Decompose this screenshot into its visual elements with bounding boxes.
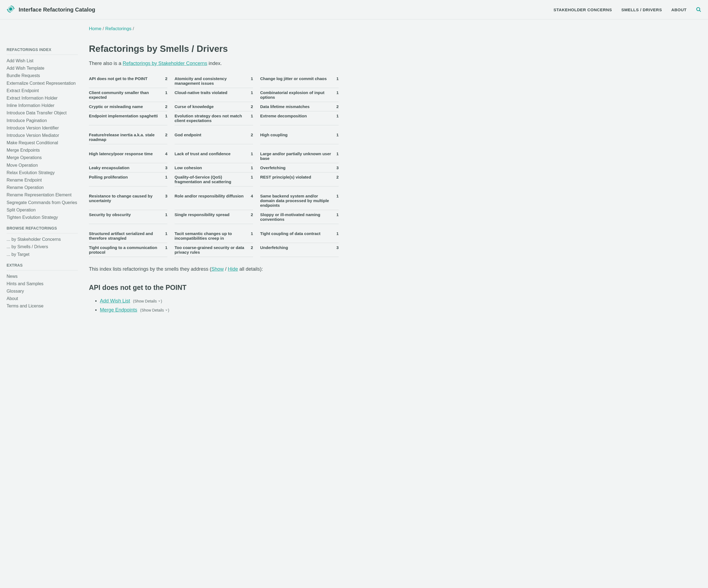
sidebar-index-item[interactable]: Externalize Context Representation — [7, 80, 78, 87]
smell-item[interactable]: Same backend system and/or domain data p… — [260, 191, 338, 210]
smell-item[interactable]: Client community smaller than expected1 — [89, 88, 168, 102]
refactoring-link[interactable]: Merge Endpoints — [100, 307, 137, 313]
sidebar-browse-item[interactable]: ... by Smells / Drivers — [7, 243, 78, 250]
search-icon[interactable] — [696, 7, 701, 12]
smell-item[interactable]: Feature/release inertia a.k.a. stale roa… — [89, 130, 168, 144]
sidebar-index-item[interactable]: Inline Information Holder — [7, 102, 78, 109]
divider — [7, 270, 78, 271]
smell-count: 1 — [165, 231, 168, 236]
sidebar-index-list: Add Wish ListAdd Wish TemplateBundle Req… — [7, 57, 78, 221]
smell-label: High coupling — [260, 132, 288, 137]
sidebar-index-item[interactable]: Make Request Conditional — [7, 139, 78, 147]
smell-item[interactable]: Underfetching3 — [260, 243, 338, 257]
sidebar-index-item[interactable]: Merge Endpoints — [7, 147, 78, 154]
smell-label: Underfetching — [260, 245, 288, 250]
hide-all-link[interactable]: Hide — [228, 266, 238, 272]
sidebar-index-item[interactable]: Introduce Data Transfer Object — [7, 109, 78, 117]
smell-item[interactable]: High latency/poor response time4 — [89, 149, 168, 163]
smell-count: 2 — [251, 132, 253, 137]
sidebar-index-item[interactable]: Bundle Requests — [7, 72, 78, 79]
nav-smells-drivers[interactable]: SMELLS / DRIVERS — [621, 7, 662, 12]
smell-item[interactable]: Extreme decomposition1 — [260, 111, 338, 125]
smell-item[interactable]: Cryptic or misleading name2 — [89, 102, 168, 111]
smell-item[interactable]: God endpoint2 — [175, 130, 253, 144]
nav-about[interactable]: ABOUT — [671, 7, 687, 12]
breadcrumb-refactorings[interactable]: Refactorings — [106, 26, 131, 31]
smell-item[interactable]: Large and/or partially unknown user base… — [260, 149, 338, 163]
smell-item[interactable]: Single responsibility spread2 — [175, 210, 253, 224]
smell-item[interactable]: Overfetching3 — [260, 163, 338, 173]
smell-count: 3 — [336, 245, 338, 250]
smell-item[interactable]: Security by obscurity1 — [89, 210, 168, 224]
smell-item[interactable]: Endpoint implementation spaghetti1 — [89, 111, 168, 125]
sidebar-index-item[interactable]: Split Operation — [7, 206, 78, 214]
smell-item[interactable]: Leaky encapsulation3 — [89, 163, 168, 173]
sidebar-index-item[interactable]: Merge Operations — [7, 154, 78, 161]
show-all-link[interactable]: Show — [211, 266, 224, 272]
sidebar-index-item[interactable]: Rename Operation — [7, 184, 78, 191]
smell-item[interactable]: Too coarse-grained security or data priv… — [175, 243, 253, 257]
smell-item[interactable]: Change log jitter or commit chaos1 — [260, 74, 338, 88]
sidebar-extras-item[interactable]: About — [7, 295, 78, 302]
sidebar-index-item[interactable]: Segregate Commands from Queries — [7, 199, 78, 206]
smell-item[interactable]: Sloppy or ill-motivated naming conventio… — [260, 210, 338, 224]
smell-label: Evolution strategy does not match client… — [175, 114, 248, 123]
smell-label: Structured artifact serialized and there… — [89, 231, 163, 241]
sidebar-extras-item[interactable]: Hints and Samples — [7, 280, 78, 287]
smell-item[interactable]: REST principle(s) violated2 — [260, 173, 338, 186]
sidebar-index-item[interactable]: Tighten Evolution Strategy — [7, 214, 78, 221]
smell-count: 1 — [251, 165, 253, 170]
smell-item[interactable]: Quality-of-Service (QoS) fragmentation a… — [175, 173, 253, 186]
smell-item[interactable]: Tight coupling to a communication protoc… — [89, 243, 168, 257]
smell-item[interactable]: Curse of knowledge2 — [175, 102, 253, 111]
smell-count: 4 — [165, 151, 168, 156]
sidebar-index-item[interactable]: Rename Endpoint — [7, 176, 78, 184]
sidebar-extras-item[interactable]: Glossary — [7, 287, 78, 295]
sidebar-index-item[interactable]: Introduce Version Mediator — [7, 132, 78, 139]
sidebar-extras-item[interactable]: Terms and License — [7, 302, 78, 310]
smell-item[interactable]: Combinatorial explosion of input options… — [260, 88, 338, 102]
smell-item[interactable]: Lack of trust and confidence1 — [175, 149, 253, 163]
smell-item[interactable]: Structured artifact serialized and there… — [89, 229, 168, 243]
sidebar-index-item[interactable]: Add Wish Template — [7, 64, 78, 72]
sidebar-browse-item[interactable]: ... by Target — [7, 251, 78, 258]
smell-item[interactable]: Atomicity and consistency management iss… — [175, 74, 253, 88]
smell-label: Cryptic or misleading name — [89, 104, 143, 109]
sidebar-index-item[interactable]: Add Wish List — [7, 57, 78, 64]
sidebar-index-title: REFACTORINGS INDEX — [7, 48, 78, 52]
svg-point-4 — [697, 8, 700, 11]
show-details-toggle[interactable]: (Show Details ) — [140, 308, 169, 312]
sidebar-extras-item[interactable]: News — [7, 273, 78, 280]
smell-item[interactable]: Role and/or responsibility diffusion4 — [175, 191, 253, 210]
show-details-toggle[interactable]: (Show Details ) — [133, 299, 162, 303]
lead-link[interactable]: Refactorings by Stakeholder Concerns — [123, 61, 207, 66]
smell-item[interactable]: Tight coupling of data contract1 — [260, 229, 338, 243]
sidebar-browse-item[interactable]: ... by Stakeholder Concerns — [7, 236, 78, 243]
smell-label: Curse of knowledge — [175, 104, 214, 109]
smell-item[interactable]: Cloud-native traits violated1 — [175, 88, 253, 102]
smell-item[interactable]: Polling proliferation1 — [89, 173, 168, 186]
sidebar-index-item[interactable]: Extract Endpoint — [7, 87, 78, 94]
sidebar-index-item[interactable]: Relax Evolution Strategy — [7, 169, 78, 176]
nav-stakeholder-concerns[interactable]: STAKEHOLDER CONCERNS — [554, 7, 612, 12]
brand[interactable]: Interface Refactoring Catalog — [7, 5, 95, 14]
smell-item[interactable]: High coupling1 — [260, 130, 338, 144]
smell-item[interactable]: Low cohesion1 — [175, 163, 253, 173]
sidebar-index-item[interactable]: Move Operation — [7, 161, 78, 169]
smell-item[interactable]: Resistance to change caused by uncertain… — [89, 191, 168, 210]
sidebar-index-item[interactable]: Rename Representation Element — [7, 191, 78, 198]
logo-icon — [7, 5, 15, 14]
sidebar-index-item[interactable]: Introduce Version Identifier — [7, 124, 78, 132]
sidebar-index-item[interactable]: Introduce Pagination — [7, 117, 78, 124]
smell-item[interactable]: Tacit semantic changes up to incompatibi… — [175, 229, 253, 243]
breadcrumb: Home / Refactorings / — [89, 26, 338, 32]
smell-item[interactable]: Evolution strategy does not match client… — [175, 111, 253, 125]
smell-count: 1 — [165, 175, 168, 179]
breadcrumb-home[interactable]: Home — [89, 26, 101, 31]
sidebar-extras-title: EXTRAS — [7, 263, 78, 268]
refactoring-link[interactable]: Add Wish List — [100, 298, 130, 304]
smell-item[interactable]: Data lifetime mismatches2 — [260, 102, 338, 111]
sidebar-index-item[interactable]: Extract Information Holder — [7, 94, 78, 102]
smell-item[interactable]: API does not get to the POINT2 — [89, 74, 168, 88]
smell-count: 2 — [251, 245, 253, 250]
